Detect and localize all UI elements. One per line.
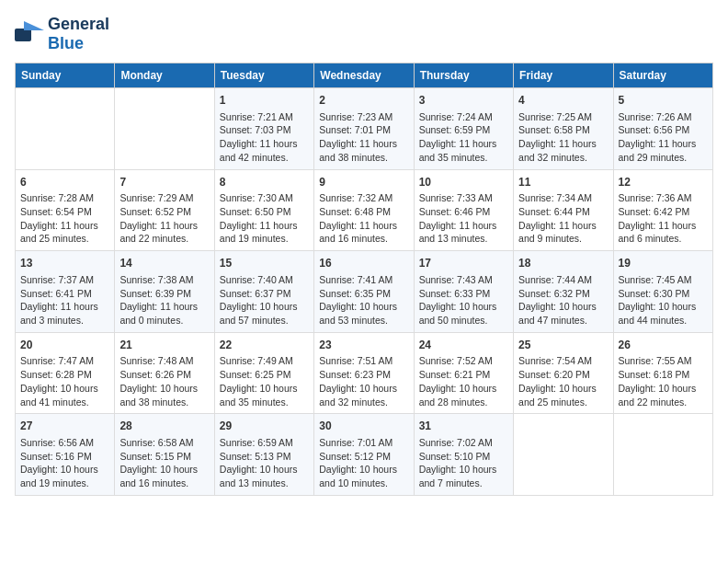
calendar-cell: 1 Sunrise: 7:21 AM Sunset: 7:03 PM Dayli…	[214, 88, 313, 170]
weekday-header: Sunday	[16, 63, 115, 88]
cell-details: Sunrise: 6:59 AM Sunset: 5:13 PM Dayligh…	[220, 436, 309, 490]
cell-details: Sunrise: 7:30 AM Sunset: 6:50 PM Dayligh…	[220, 191, 309, 246]
sunrise-text: Sunrise: 7:21 AM	[220, 111, 293, 122]
calendar-cell: 28 Sunrise: 6:58 AM Sunset: 5:15 PM Dayl…	[115, 414, 214, 496]
calendar-cell: 5 Sunrise: 7:26 AM Sunset: 6:56 PM Dayli…	[613, 88, 712, 170]
cell-details: Sunrise: 7:37 AM Sunset: 6:41 PM Dayligh…	[20, 273, 109, 327]
cell-details: Sunrise: 7:29 AM Sunset: 6:52 PM Dayligh…	[119, 191, 209, 246]
day-number: 23	[319, 338, 408, 353]
calendar-cell: 29 Sunrise: 6:59 AM Sunset: 5:13 PM Dayl…	[214, 414, 313, 496]
sunset-text: Sunset: 7:03 PM	[220, 124, 291, 135]
day-number: 5	[619, 93, 708, 109]
calendar-cell: 7 Sunrise: 7:29 AM Sunset: 6:52 PM Dayli…	[115, 169, 214, 251]
daylight-text: Daylight: 11 hours and 9 minutes.	[518, 220, 597, 245]
cell-details: Sunrise: 7:33 AM Sunset: 6:46 PM Dayligh…	[419, 191, 508, 246]
calendar-cell: 9 Sunrise: 7:32 AM Sunset: 6:48 PM Dayli…	[314, 169, 414, 251]
daylight-text: Daylight: 11 hours and 16 minutes.	[319, 220, 397, 245]
calendar-cell: 26 Sunrise: 7:55 AM Sunset: 6:18 PM Dayl…	[613, 332, 712, 414]
calendar-cell: 6 Sunrise: 7:28 AM Sunset: 6:54 PM Dayli…	[16, 169, 115, 251]
calendar-cell: 16 Sunrise: 7:41 AM Sunset: 6:35 PM Dayl…	[314, 251, 414, 333]
sunrise-text: Sunrise: 7:33 AM	[419, 192, 493, 203]
calendar-cell: 21 Sunrise: 7:48 AM Sunset: 6:26 PM Dayl…	[115, 332, 214, 414]
calendar-cell: 25 Sunrise: 7:54 AM Sunset: 6:20 PM Dayl…	[514, 332, 613, 414]
sunrise-text: Sunrise: 7:02 AM	[419, 437, 493, 448]
calendar-week-row: 6 Sunrise: 7:28 AM Sunset: 6:54 PM Dayli…	[16, 169, 713, 251]
cell-details: Sunrise: 7:52 AM Sunset: 6:21 PM Dayligh…	[419, 354, 508, 408]
cell-details: Sunrise: 7:45 AM Sunset: 6:30 PM Dayligh…	[619, 273, 708, 327]
day-number: 25	[518, 338, 608, 353]
daylight-text: Daylight: 10 hours and 50 minutes.	[419, 301, 497, 326]
day-number: 19	[619, 256, 708, 271]
sunrise-text: Sunrise: 7:47 AM	[20, 355, 94, 366]
svg-rect-0	[15, 29, 31, 41]
day-number: 17	[419, 256, 508, 271]
sunset-text: Sunset: 6:46 PM	[419, 206, 491, 217]
sunset-text: Sunset: 6:35 PM	[319, 288, 391, 299]
cell-details: Sunrise: 6:58 AM Sunset: 5:15 PM Dayligh…	[119, 436, 209, 490]
sunrise-text: Sunrise: 7:32 AM	[319, 192, 392, 203]
cell-details: Sunrise: 7:48 AM Sunset: 6:26 PM Dayligh…	[119, 354, 209, 408]
daylight-text: Daylight: 10 hours and 13 minutes.	[220, 464, 298, 488]
sunrise-text: Sunrise: 6:59 AM	[220, 437, 293, 448]
sunset-text: Sunset: 6:26 PM	[119, 369, 191, 380]
daylight-text: Daylight: 11 hours and 3 minutes.	[20, 301, 98, 326]
daylight-text: Daylight: 10 hours and 57 minutes.	[220, 301, 298, 326]
cell-details: Sunrise: 7:41 AM Sunset: 6:35 PM Dayligh…	[319, 273, 408, 327]
sunset-text: Sunset: 6:37 PM	[220, 288, 291, 299]
cell-details: Sunrise: 7:32 AM Sunset: 6:48 PM Dayligh…	[319, 191, 408, 246]
day-number: 24	[419, 338, 508, 353]
day-number: 27	[20, 419, 109, 434]
sunset-text: Sunset: 6:18 PM	[619, 369, 690, 380]
calendar-cell: 19 Sunrise: 7:45 AM Sunset: 6:30 PM Dayl…	[613, 251, 712, 333]
sunset-text: Sunset: 5:13 PM	[220, 451, 291, 462]
cell-details: Sunrise: 7:49 AM Sunset: 6:25 PM Dayligh…	[220, 354, 309, 408]
daylight-text: Daylight: 11 hours and 38 minutes.	[319, 138, 397, 163]
day-number: 29	[220, 419, 309, 434]
daylight-text: Daylight: 10 hours and 16 minutes.	[119, 464, 198, 488]
weekday-header: Tuesday	[214, 63, 313, 88]
sunrise-text: Sunrise: 7:51 AM	[319, 355, 392, 366]
calendar-cell: 11 Sunrise: 7:34 AM Sunset: 6:44 PM Dayl…	[514, 169, 613, 251]
sunset-text: Sunset: 6:58 PM	[518, 124, 590, 135]
daylight-text: Daylight: 10 hours and 7 minutes.	[419, 464, 497, 488]
day-number: 16	[319, 256, 408, 271]
daylight-text: Daylight: 10 hours and 53 minutes.	[319, 301, 397, 326]
sunset-text: Sunset: 6:20 PM	[518, 369, 590, 380]
sunrise-text: Sunrise: 7:36 AM	[619, 192, 692, 203]
calendar-cell: 20 Sunrise: 7:47 AM Sunset: 6:28 PM Dayl…	[16, 332, 115, 414]
calendar-cell: 10 Sunrise: 7:33 AM Sunset: 6:46 PM Dayl…	[414, 169, 513, 251]
daylight-text: Daylight: 10 hours and 25 minutes.	[518, 383, 597, 408]
daylight-text: Daylight: 10 hours and 22 minutes.	[619, 383, 697, 408]
sunrise-text: Sunrise: 6:58 AM	[119, 437, 193, 448]
calendar-table: SundayMondayTuesdayWednesdayThursdayFrid…	[15, 63, 713, 496]
logo: General Blue	[15, 15, 109, 53]
sunset-text: Sunset: 6:54 PM	[20, 206, 92, 217]
day-number: 26	[619, 338, 708, 353]
daylight-text: Daylight: 11 hours and 13 minutes.	[419, 220, 497, 245]
sunset-text: Sunset: 6:42 PM	[619, 206, 690, 217]
sunrise-text: Sunrise: 7:40 AM	[220, 274, 293, 285]
calendar-cell: 23 Sunrise: 7:51 AM Sunset: 6:23 PM Dayl…	[314, 332, 414, 414]
calendar-cell: 3 Sunrise: 7:24 AM Sunset: 6:59 PM Dayli…	[414, 88, 513, 170]
sunrise-text: Sunrise: 7:30 AM	[220, 192, 293, 203]
sunset-text: Sunset: 6:21 PM	[419, 369, 491, 380]
daylight-text: Daylight: 10 hours and 32 minutes.	[319, 383, 397, 408]
day-number: 11	[518, 175, 608, 190]
cell-details: Sunrise: 7:25 AM Sunset: 6:58 PM Dayligh…	[518, 110, 608, 165]
cell-details: Sunrise: 7:55 AM Sunset: 6:18 PM Dayligh…	[619, 354, 708, 408]
sunrise-text: Sunrise: 7:43 AM	[419, 274, 493, 285]
day-number: 31	[419, 419, 508, 434]
sunrise-text: Sunrise: 7:45 AM	[619, 274, 692, 285]
sunrise-text: Sunrise: 6:56 AM	[20, 437, 94, 448]
sunrise-text: Sunrise: 7:55 AM	[619, 355, 692, 366]
daylight-text: Daylight: 11 hours and 0 minutes.	[119, 301, 198, 326]
sunrise-text: Sunrise: 7:24 AM	[419, 111, 493, 122]
daylight-text: Daylight: 10 hours and 41 minutes.	[20, 383, 98, 408]
weekday-header: Monday	[115, 63, 214, 88]
calendar-cell: 13 Sunrise: 7:37 AM Sunset: 6:41 PM Dayl…	[16, 251, 115, 333]
calendar-week-row: 20 Sunrise: 7:47 AM Sunset: 6:28 PM Dayl…	[16, 332, 713, 414]
day-number: 12	[619, 175, 708, 190]
calendar-cell: 31 Sunrise: 7:02 AM Sunset: 5:10 PM Dayl…	[414, 414, 513, 496]
sunset-text: Sunset: 6:44 PM	[518, 206, 590, 217]
day-number: 30	[319, 419, 408, 434]
